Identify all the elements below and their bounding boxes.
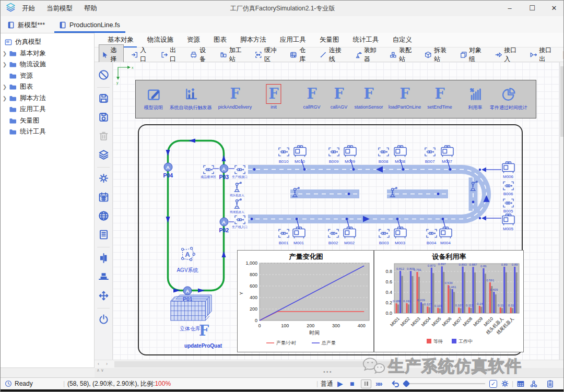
strip-saveconf-button[interactable] bbox=[98, 112, 109, 125]
svg-text:产量/小时: 产量/小时 bbox=[276, 340, 297, 346]
station-machine-M007[interactable] bbox=[440, 145, 454, 160]
menu-help[interactable]: 帮助 bbox=[84, 4, 97, 13]
expander-icon[interactable]: ❯ bbox=[1, 96, 9, 101]
tree-root[interactable]: 仿真模型 bbox=[1, 37, 94, 48]
minimize-button[interactable]: – bbox=[499, 1, 520, 16]
panel-item-利用率[interactable]: 利用率 bbox=[468, 85, 483, 111]
station-machine-M009[interactable] bbox=[343, 145, 357, 160]
station-buffer-B003[interactable] bbox=[378, 228, 390, 241]
tab-productionline[interactable]: ProductionLine.fs bbox=[52, 17, 127, 33]
station-buffer-B004[interactable] bbox=[426, 228, 438, 241]
data-table-icon[interactable] bbox=[516, 378, 525, 389]
func-updateProQuat[interactable]: F bbox=[199, 323, 209, 339]
strip-gear-button[interactable] bbox=[98, 173, 109, 186]
pause-button[interactable] bbox=[361, 378, 371, 389]
warehouse-3d[interactable] bbox=[168, 294, 213, 326]
sidebar-item-5[interactable]: ❯脚本方法 bbox=[1, 93, 94, 104]
strip-list-button[interactable] bbox=[98, 229, 109, 242]
sidebar-item-6[interactable]: 应用工具 bbox=[1, 104, 94, 115]
settings-gear-icon[interactable] bbox=[501, 378, 509, 389]
panel-item-init[interactable]: Finit bbox=[266, 85, 280, 110]
agv-point-P02[interactable]: A bbox=[219, 218, 228, 227]
bottom-splitter[interactable]: ∧ ∨ ••• bbox=[95, 368, 564, 377]
agv-system[interactable]: A bbox=[179, 246, 196, 265]
conveyor-robot-2[interactable] bbox=[388, 185, 398, 200]
strip-power-button[interactable] bbox=[98, 314, 109, 327]
strip-save-button[interactable] bbox=[98, 93, 109, 106]
strip-trash-button[interactable] bbox=[98, 130, 109, 144]
stop-button[interactable]: ■ bbox=[350, 378, 354, 389]
network-icon[interactable] bbox=[530, 378, 538, 389]
close-button[interactable]: ✕ bbox=[544, 1, 564, 16]
panel-item-callAGV[interactable]: FcallAGV bbox=[331, 85, 348, 110]
expander-icon[interactable]: ❯ bbox=[1, 84, 9, 90]
svg-text:0.893: 0.893 bbox=[459, 263, 467, 266]
status-bar: Ready | (58, 58), (2.90米, 2.90米), 比例: 10… bbox=[1, 377, 564, 389]
speed-slider[interactable] bbox=[404, 378, 485, 389]
strip-globe-button[interactable] bbox=[98, 210, 109, 223]
station-machine-M010[interactable] bbox=[293, 145, 307, 160]
horizontal-scrollbar[interactable]: ‹› bbox=[95, 360, 564, 368]
conveyor-robot-1[interactable] bbox=[290, 185, 300, 200]
expander-icon[interactable]: ❯ bbox=[1, 62, 9, 67]
menu-current-model[interactable]: 当前模型 bbox=[46, 4, 73, 13]
station-buffer-B002[interactable] bbox=[327, 228, 339, 241]
strip-calendar-button[interactable] bbox=[98, 192, 109, 205]
sidebar-item-2[interactable]: ❯物流设施 bbox=[1, 59, 94, 70]
agv-point-P03[interactable]: A bbox=[219, 164, 228, 173]
sidebar-item-8[interactable]: 统计工具 bbox=[1, 126, 94, 138]
panel-item-callRGV[interactable]: FcallRGV bbox=[303, 85, 320, 110]
sidebar-item-4[interactable]: ❯图表 bbox=[1, 81, 94, 93]
expander-icon[interactable]: ❯ bbox=[1, 51, 9, 56]
strip-alignh-button[interactable] bbox=[98, 271, 109, 284]
conveyor-robot-3[interactable] bbox=[468, 179, 478, 194]
panel-item-零件通过时间统计[interactable]: 零件通过时间统计 bbox=[490, 85, 527, 111]
strip-alignv-button[interactable] bbox=[98, 253, 109, 266]
agv-point-P04[interactable]: A bbox=[163, 163, 172, 172]
station-buffer-B009[interactable] bbox=[328, 147, 340, 159]
svg-text:0.8: 0.8 bbox=[385, 269, 392, 274]
sidebar-item-1[interactable]: ❯基本对象 bbox=[1, 48, 94, 60]
loop-robot-1[interactable] bbox=[232, 180, 242, 195]
sim-mode-label[interactable]: 普通 bbox=[321, 378, 333, 389]
strip-layers-button[interactable] bbox=[98, 149, 109, 162]
vertical-scrollbar[interactable] bbox=[559, 62, 564, 360]
station-machine-M002[interactable] bbox=[343, 227, 357, 242]
station-buffer-B007[interactable] bbox=[424, 147, 436, 159]
play-button[interactable]: ▶ bbox=[337, 378, 343, 389]
tab-new-model[interactable]: 新模型*** bbox=[1, 17, 52, 33]
station-buffer-B010[interactable] bbox=[278, 147, 290, 159]
station-machine-M003[interactable] bbox=[393, 227, 407, 242]
maximize-button[interactable]: ☐ bbox=[522, 1, 543, 16]
menu-start[interactable]: 开始 bbox=[22, 4, 35, 13]
panel-item-stationSensor[interactable]: FstationSensor bbox=[354, 85, 383, 110]
sidebar-item-7[interactable]: 矢量图 bbox=[1, 115, 94, 127]
fast-forward-button[interactable]: »» bbox=[375, 378, 382, 389]
panel-item-loadPartOnLine[interactable]: FloadPartOnLine bbox=[389, 85, 421, 110]
panel-item-系统自动执行触发器[interactable]: 系统自动执行触发器 bbox=[170, 85, 212, 111]
sidebar-item-3[interactable]: 资源 bbox=[1, 70, 94, 82]
reset-button[interactable] bbox=[391, 378, 400, 389]
clipboard-icon[interactable] bbox=[546, 378, 554, 389]
station-buffer-B008[interactable] bbox=[378, 147, 390, 159]
svg-text:0.2: 0.2 bbox=[385, 300, 392, 305]
panel-item-pickAndDelivery[interactable]: FpickAndDelivery bbox=[218, 85, 252, 110]
realtime-checkbox[interactable]: ✓ bbox=[489, 378, 497, 389]
station-buffer-B001[interactable] bbox=[278, 228, 290, 241]
panel-item-模型说明[interactable]: 模型说明 bbox=[144, 85, 163, 111]
svg-text:0.812: 0.812 bbox=[396, 267, 405, 270]
svg-text:800: 800 bbox=[250, 272, 257, 277]
loop-robot-2[interactable] bbox=[232, 197, 242, 212]
buffer-label: B001 bbox=[279, 241, 289, 245]
strip-block-button[interactable] bbox=[98, 69, 109, 82]
model-canvas[interactable]: xy 模型说明系统自动执行触发器FpickAndDeliveryFinitFca… bbox=[113, 62, 559, 360]
app-logo-icon bbox=[6, 3, 16, 15]
strip-move-button[interactable] bbox=[98, 290, 109, 303]
tool-label: 接口入 bbox=[504, 46, 520, 64]
svg-text:0.461: 0.461 bbox=[449, 286, 457, 289]
loader-icon bbox=[355, 51, 362, 59]
panel-item-setEndTime[interactable]: FsetEndTime bbox=[427, 85, 452, 110]
station-machine-M001[interactable] bbox=[292, 227, 306, 242]
station-machine-M004[interactable] bbox=[439, 227, 453, 242]
station-machine-M008[interactable] bbox=[393, 145, 407, 160]
